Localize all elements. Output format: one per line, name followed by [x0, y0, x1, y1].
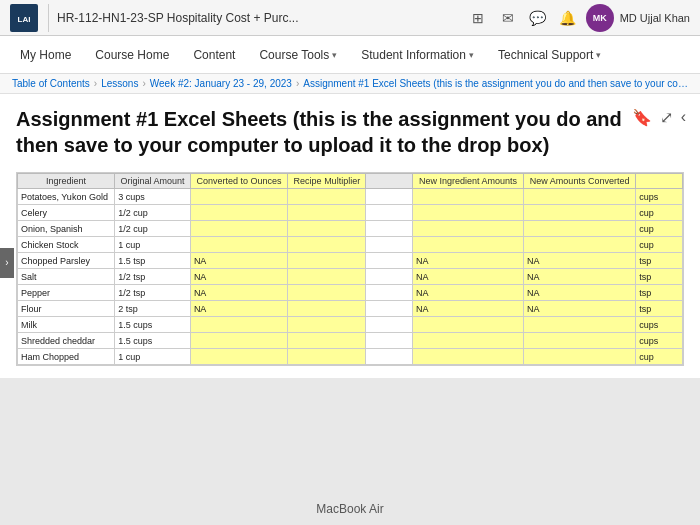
breadcrumb-home[interactable]: Table of Contents: [12, 78, 90, 89]
table-cell[interactable]: Celery: [18, 205, 115, 221]
table-cell[interactable]: tsp: [636, 253, 683, 269]
table-cell[interactable]: 1/2 tsp: [115, 285, 191, 301]
breadcrumb-assignment[interactable]: Assignment #1 Excel Sheets (this is the …: [303, 78, 688, 89]
table-cell[interactable]: [288, 317, 366, 333]
table-cell[interactable]: [366, 189, 413, 205]
table-cell[interactable]: [288, 221, 366, 237]
table-cell[interactable]: cup: [636, 221, 683, 237]
table-cell[interactable]: [288, 333, 366, 349]
table-cell[interactable]: [288, 237, 366, 253]
expand-icon[interactable]: ⤢: [660, 108, 673, 127]
table-cell[interactable]: tsp: [636, 269, 683, 285]
table-cell[interactable]: NA: [190, 301, 287, 317]
table-cell[interactable]: 2 tsp: [115, 301, 191, 317]
table-cell[interactable]: [288, 349, 366, 365]
table-cell[interactable]: Pepper: [18, 285, 115, 301]
table-cell[interactable]: Milk: [18, 317, 115, 333]
table-cell[interactable]: [288, 285, 366, 301]
bookmark-icon[interactable]: 🔖: [632, 108, 652, 127]
table-cell[interactable]: [190, 237, 287, 253]
table-cell[interactable]: [413, 189, 524, 205]
table-cell[interactable]: NA: [190, 285, 287, 301]
collapse-icon[interactable]: ‹: [681, 108, 686, 127]
table-cell[interactable]: [413, 221, 524, 237]
table-cell[interactable]: tsp: [636, 285, 683, 301]
table-cell[interactable]: 1.5 cups: [115, 317, 191, 333]
table-cell[interactable]: NA: [413, 269, 524, 285]
table-cell[interactable]: cups: [636, 333, 683, 349]
table-cell[interactable]: [366, 333, 413, 349]
table-cell[interactable]: [190, 205, 287, 221]
table-cell[interactable]: [523, 237, 635, 253]
breadcrumb-lessons[interactable]: Lessons: [101, 78, 138, 89]
table-cell[interactable]: Chopped Parsley: [18, 253, 115, 269]
table-cell[interactable]: [413, 349, 524, 365]
table-cell[interactable]: Salt: [18, 269, 115, 285]
table-cell[interactable]: cup: [636, 349, 683, 365]
table-cell[interactable]: [523, 317, 635, 333]
nav-my-home[interactable]: My Home: [10, 40, 81, 70]
table-cell[interactable]: NA: [413, 253, 524, 269]
table-cell[interactable]: NA: [190, 253, 287, 269]
table-cell[interactable]: Shredded cheddar: [18, 333, 115, 349]
nav-technical-support[interactable]: Technical Support ▾: [488, 40, 611, 70]
side-collapse-arrow[interactable]: ›: [0, 248, 14, 278]
table-cell[interactable]: cups: [636, 317, 683, 333]
table-cell[interactable]: NA: [523, 301, 635, 317]
table-cell[interactable]: [413, 333, 524, 349]
table-cell[interactable]: 1 cup: [115, 237, 191, 253]
table-cell[interactable]: [413, 317, 524, 333]
table-cell[interactable]: [288, 301, 366, 317]
table-cell[interactable]: 3 cups: [115, 189, 191, 205]
breadcrumb-week[interactable]: Week #2: January 23 - 29, 2023: [150, 78, 292, 89]
table-cell[interactable]: 1/2 cup: [115, 221, 191, 237]
table-cell[interactable]: [366, 253, 413, 269]
nav-student-info[interactable]: Student Information ▾: [351, 40, 484, 70]
nav-course-home[interactable]: Course Home: [85, 40, 179, 70]
table-cell[interactable]: [288, 253, 366, 269]
table-cell[interactable]: [190, 189, 287, 205]
table-cell[interactable]: [366, 317, 413, 333]
table-cell[interactable]: NA: [413, 285, 524, 301]
table-cell[interactable]: Ham Chopped: [18, 349, 115, 365]
table-cell[interactable]: [523, 333, 635, 349]
table-cell[interactable]: cup: [636, 237, 683, 253]
table-cell[interactable]: [523, 205, 635, 221]
table-cell[interactable]: [288, 205, 366, 221]
table-cell[interactable]: cups: [636, 189, 683, 205]
table-cell[interactable]: NA: [413, 301, 524, 317]
table-cell[interactable]: [366, 301, 413, 317]
table-cell[interactable]: [288, 269, 366, 285]
table-cell[interactable]: [190, 221, 287, 237]
table-cell[interactable]: [288, 189, 366, 205]
table-cell[interactable]: Flour: [18, 301, 115, 317]
table-cell[interactable]: [190, 349, 287, 365]
apps-icon[interactable]: ⊞: [466, 6, 490, 30]
table-cell[interactable]: 1.5 cups: [115, 333, 191, 349]
table-cell[interactable]: [413, 237, 524, 253]
table-cell[interactable]: Chicken Stock: [18, 237, 115, 253]
bell-icon[interactable]: 🔔: [556, 6, 580, 30]
table-cell[interactable]: 1.5 tsp: [115, 253, 191, 269]
table-cell[interactable]: [190, 317, 287, 333]
chat-icon[interactable]: 💬: [526, 6, 550, 30]
nav-content[interactable]: Content: [183, 40, 245, 70]
table-cell[interactable]: [413, 205, 524, 221]
table-cell[interactable]: 1/2 tsp: [115, 269, 191, 285]
table-cell[interactable]: [523, 349, 635, 365]
table-cell[interactable]: NA: [190, 269, 287, 285]
table-cell[interactable]: [366, 237, 413, 253]
table-cell[interactable]: tsp: [636, 301, 683, 317]
table-cell[interactable]: [366, 221, 413, 237]
avatar[interactable]: MK: [586, 4, 614, 32]
table-cell[interactable]: Onion, Spanish: [18, 221, 115, 237]
table-cell[interactable]: cup: [636, 205, 683, 221]
table-cell[interactable]: [190, 333, 287, 349]
table-cell[interactable]: NA: [523, 253, 635, 269]
table-cell[interactable]: [366, 349, 413, 365]
table-cell[interactable]: 1 cup: [115, 349, 191, 365]
table-cell[interactable]: [366, 205, 413, 221]
table-cell[interactable]: [523, 189, 635, 205]
table-cell[interactable]: [366, 269, 413, 285]
table-cell[interactable]: NA: [523, 285, 635, 301]
